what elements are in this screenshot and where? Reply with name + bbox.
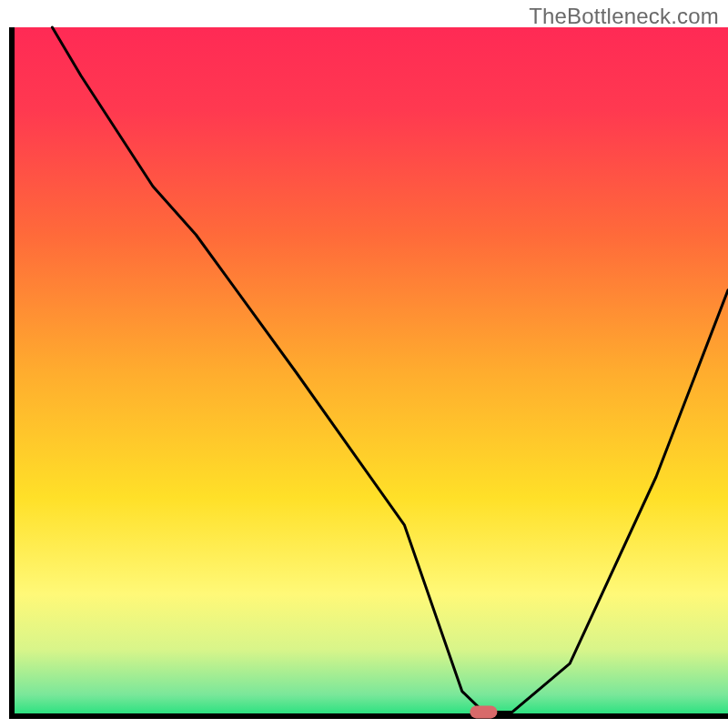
chart-svg xyxy=(0,0,728,728)
bottleneck-chart: TheBottleneck.com xyxy=(0,0,728,728)
optimum-marker xyxy=(470,705,497,718)
